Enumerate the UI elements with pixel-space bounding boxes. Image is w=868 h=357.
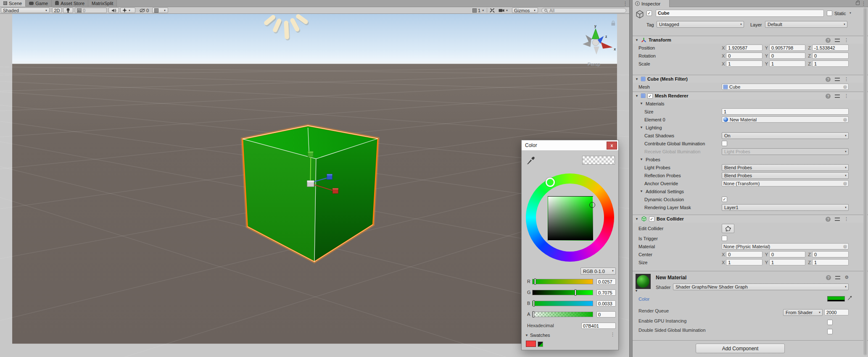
presets-icon[interactable] — [835, 77, 840, 81]
component-tools-button[interactable] — [488, 8, 496, 13]
audio-toggle-button[interactable] — [108, 8, 119, 13]
edit-collider-button[interactable] — [722, 224, 734, 233]
component-menu-icon[interactable]: ⋮ — [844, 216, 849, 222]
size-z-field[interactable]: 1 — [812, 259, 849, 265]
material-color-label[interactable]: Color — [638, 297, 649, 302]
channel-a-slider[interactable] — [532, 312, 593, 317]
foldout-triangle-icon[interactable]: ▼ — [635, 38, 639, 42]
channel-g-value[interactable]: 0.7075 — [596, 289, 616, 296]
color-mode-dropdown[interactable]: RGB 0-1.0 — [580, 268, 616, 275]
position-z-field[interactable]: -1.533842 — [812, 45, 849, 51]
effects-dropdown-button[interactable]: ▼ — [120, 8, 135, 13]
gear-icon[interactable]: ⚙ — [844, 275, 849, 280]
scale-y-field[interactable]: 1 — [769, 60, 805, 67]
double-sided-gi-checkbox[interactable] — [827, 329, 833, 334]
lock-icon[interactable] — [856, 2, 860, 5]
tag-dropdown[interactable]: Untagged — [657, 21, 744, 28]
help-icon[interactable]: ? — [826, 38, 831, 43]
mesh-renderer-header[interactable]: ▼ ✓ Mesh Renderer ? ⋮ — [633, 92, 868, 100]
object-picker-icon[interactable]: ◎ — [843, 84, 847, 89]
gizmo-z-handle[interactable] — [327, 174, 332, 179]
rotation-z-field[interactable]: 0 — [812, 52, 849, 59]
component-menu-icon[interactable]: ⋮ — [844, 93, 849, 99]
inspector-scrollbar[interactable] — [863, 8, 867, 355]
center-z-field[interactable]: 0 — [812, 251, 849, 257]
materials-size-field[interactable]: 1 — [722, 108, 849, 115]
shading-mode-dropdown[interactable]: Shaded ▼ — [1, 8, 50, 13]
gpu-instancing-checkbox[interactable] — [827, 320, 833, 325]
tab-matrixsplit[interactable]: MatrixSplit — [88, 0, 117, 7]
center-x-field[interactable]: 0 — [726, 251, 762, 257]
saturation-value-indicator[interactable] — [589, 202, 595, 208]
material-preview-thumbnail[interactable] — [636, 274, 651, 289]
component-menu-icon[interactable]: ⋮ — [844, 76, 849, 82]
contribute-gi-checkbox[interactable] — [722, 141, 727, 146]
color-window-titlebar[interactable]: Color x — [522, 140, 618, 151]
gameobject-cube-icon[interactable] — [635, 10, 644, 19]
mesh-object-field[interactable]: Cube ◎ — [722, 84, 849, 90]
tab-asset-store[interactable]: Asset Store — [52, 0, 88, 7]
current-color-preview[interactable] — [582, 156, 615, 165]
foldout-triangle-icon[interactable]: ▼ — [635, 77, 639, 81]
help-icon[interactable]: ? — [826, 217, 831, 222]
mesh-filter-header[interactable]: ▼ Cube (Mesh Filter) ? ⋮ — [633, 75, 868, 83]
scene-tab-menu-icon[interactable]: ⋮ — [623, 1, 628, 6]
rotation-x-field[interactable]: 0 — [726, 52, 762, 59]
gameobject-name-field[interactable]: Cube — [656, 10, 824, 17]
static-dropdown-icon[interactable]: ▼ — [849, 12, 852, 14]
channel-g-handle[interactable] — [575, 289, 576, 296]
channel-b-handle[interactable] — [533, 300, 535, 307]
eyedropper-icon[interactable] — [526, 155, 536, 165]
anchor-override-object-field[interactable]: None (Transform) ◎ — [722, 180, 849, 186]
is-trigger-checkbox[interactable] — [722, 236, 727, 241]
channel-a-value[interactable]: 0 — [596, 311, 616, 318]
scene-visibility-button[interactable]: 0 — [138, 8, 151, 13]
presets-icon[interactable] — [835, 38, 840, 42]
dynamic-occlusion-checkbox[interactable]: ✓ — [722, 197, 727, 202]
additional-settings-foldout[interactable]: ▼Additional Settings — [633, 187, 868, 195]
physic-material-object-field[interactable]: None (Physic Material) ◎ — [722, 243, 849, 249]
material-foldout-icon[interactable]: ▼ — [634, 289, 638, 293]
materials-foldout[interactable]: ▼Materials — [633, 100, 868, 108]
shader-dropdown[interactable]: Shader Graphs/New Shader Graph — [673, 284, 849, 290]
gizmo-x-handle[interactable] — [332, 188, 338, 193]
presets-icon[interactable] — [835, 276, 840, 280]
box-collider-header[interactable]: ▼ ✓ Box Collider ? ⋮ — [633, 215, 868, 223]
close-button[interactable]: x — [607, 142, 617, 150]
scale-z-field[interactable]: 1 — [812, 60, 849, 67]
lighting-toggle-button[interactable] — [63, 8, 73, 13]
component-menu-icon[interactable]: ⋮ — [844, 37, 849, 43]
foldout-triangle-icon[interactable]: ▼ — [635, 94, 639, 98]
channel-b-value[interactable]: 0.0033 — [596, 300, 616, 307]
probes-foldout[interactable]: ▼Probes — [633, 155, 868, 163]
channel-a-handle[interactable] — [533, 311, 534, 318]
scale-x-field[interactable]: 1 — [726, 60, 762, 67]
box-collider-enabled-checkbox[interactable]: ✓ — [649, 216, 654, 222]
static-checkbox[interactable] — [827, 10, 832, 16]
tab-inspector[interactable]: i Inspector — [633, 0, 670, 7]
gizmos-dropdown[interactable]: Gizmos ▼ — [512, 8, 538, 13]
gameobject-active-checkbox[interactable]: ✓ — [646, 10, 652, 16]
gizmo-y-handle[interactable] — [308, 152, 313, 157]
tab-scene[interactable]: Scene — [0, 0, 26, 7]
swatch-red[interactable] — [526, 341, 536, 347]
effects-amount-field[interactable]: 0 — [75, 8, 107, 13]
hex-input[interactable]: 07B401 — [581, 323, 616, 329]
render-queue-dropdown[interactable]: From Shader — [783, 309, 823, 316]
channel-r-handle[interactable] — [534, 278, 536, 285]
render-queue-field[interactable]: 2000 — [824, 309, 849, 315]
hue-indicator[interactable] — [546, 178, 555, 187]
add-component-button[interactable]: Add Component — [696, 344, 785, 353]
object-picker-icon[interactable]: ◎ — [843, 117, 847, 122]
size-x-field[interactable]: 1 — [726, 259, 762, 265]
presets-icon[interactable] — [835, 94, 840, 98]
swatch-green[interactable] — [538, 341, 543, 347]
gizmo-center-handle[interactable] — [307, 181, 314, 186]
layer-dropdown[interactable]: Default — [765, 21, 847, 28]
transform-header[interactable]: ▼ Transform ? ⋮ — [633, 36, 868, 44]
rendering-layer-mask-dropdown[interactable]: Layer1 — [722, 204, 849, 211]
rotation-y-field[interactable]: 0 — [769, 52, 805, 59]
mesh-renderer-enabled-checkbox[interactable]: ✓ — [647, 93, 653, 99]
gizmo-y-axis[interactable] — [310, 156, 311, 181]
light-probes-dropdown[interactable]: Blend Probes — [722, 164, 849, 171]
